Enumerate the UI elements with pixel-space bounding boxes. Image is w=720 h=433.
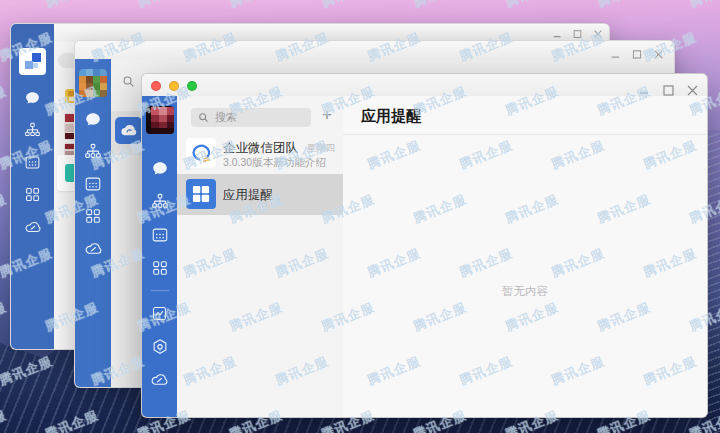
workspace-icon[interactable] <box>24 186 41 203</box>
maximize-icon[interactable] <box>662 84 674 96</box>
contacts-icon[interactable] <box>151 185 169 218</box>
calendar-icon[interactable] <box>84 175 102 193</box>
chat-item-title: 应用提醒 <box>223 187 273 204</box>
close-traffic-icon[interactable] <box>151 81 161 91</box>
minimize-traffic-icon[interactable] <box>169 81 179 91</box>
search-icon <box>198 112 209 123</box>
calendar-icon[interactable] <box>24 154 41 171</box>
sidebar-divider <box>151 290 169 291</box>
window-front[interactable]: 搜索 + 企业微信团队 星期四 3.0.30版本新功能介绍 应用提醒 应用提醒 <box>141 73 708 418</box>
window-middle-sidebar <box>75 59 111 387</box>
notes-chart-icon[interactable] <box>151 297 168 330</box>
header-divider <box>343 134 707 135</box>
chat-avatar-cloud[interactable] <box>115 117 142 144</box>
contacts-icon[interactable] <box>84 143 102 161</box>
minimize-icon[interactable] <box>638 84 650 96</box>
search-placeholder: 搜索 <box>215 110 237 125</box>
chat-item-wecom-team[interactable]: 企业微信团队 星期四 3.0.30版本新功能介绍 <box>177 133 343 174</box>
search-row: 搜索 + <box>177 96 343 133</box>
desktop: 搜索 + 企业微信团队 星期四 3.0.30版本新功能介绍 应用提醒 应用提醒 <box>0 0 720 433</box>
drive-icon[interactable] <box>84 239 103 258</box>
workspace-icon[interactable] <box>84 207 102 225</box>
window-front-controls <box>638 84 698 96</box>
minimize-icon[interactable] <box>552 29 562 39</box>
empty-state-text: 暂无内容 <box>343 284 707 299</box>
chats-icon[interactable] <box>84 111 102 129</box>
wecom-team-logo <box>186 138 216 168</box>
search-input[interactable]: 搜索 <box>191 108 311 127</box>
maximize-icon[interactable] <box>572 29 582 39</box>
window-front-sidebar <box>142 96 177 417</box>
contacts-icon[interactable] <box>24 122 41 139</box>
chats-icon[interactable] <box>24 90 41 107</box>
traffic-lights <box>151 81 197 91</box>
drive-icon[interactable] <box>24 218 42 236</box>
wallpaper-cliff <box>706 130 720 433</box>
window-middle-titlebar[interactable] <box>75 41 674 60</box>
chat-item-app-alerts[interactable]: 应用提醒 <box>177 174 343 215</box>
chat-item-time: 星期四 <box>307 142 336 155</box>
window-front-titlebar[interactable] <box>142 74 707 97</box>
add-button[interactable]: + <box>318 105 336 125</box>
search-icon[interactable] <box>122 75 135 88</box>
content-panel: 应用提醒 暂无内容 <box>343 96 707 417</box>
avatar[interactable] <box>146 106 174 134</box>
window-back-sidebar <box>11 24 54 349</box>
meeting-hexagon-icon[interactable] <box>151 330 169 363</box>
chat-item-title: 企业微信团队 <box>223 140 298 157</box>
avatar[interactable] <box>19 48 46 75</box>
chats-icon[interactable] <box>151 152 169 185</box>
workspace-icon[interactable] <box>151 251 169 284</box>
window-back-controls <box>552 29 603 39</box>
zoom-traffic-icon[interactable] <box>187 81 197 91</box>
avatar[interactable] <box>79 69 107 97</box>
chat-list-panel: 搜索 + 企业微信团队 星期四 3.0.30版本新功能介绍 应用提醒 <box>177 96 343 417</box>
close-icon[interactable] <box>593 29 603 39</box>
app-alerts-logo <box>186 179 216 209</box>
close-icon[interactable] <box>686 84 698 96</box>
calendar-icon[interactable] <box>151 218 169 251</box>
drive-icon[interactable] <box>150 363 169 396</box>
chat-item-subtitle: 3.0.30版本新功能介绍 <box>223 156 331 170</box>
page-title: 应用提醒 <box>361 107 421 126</box>
